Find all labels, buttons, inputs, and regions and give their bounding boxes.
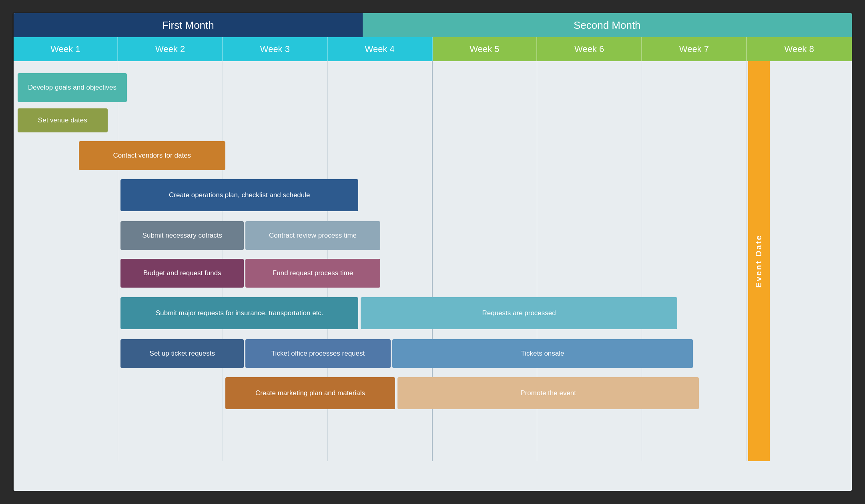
month-header-row: First Month Second Month [14,13,852,37]
task-create-ops-plan: Create operations plan, checklist and sc… [120,179,358,211]
gantt-chart: First Month Second Month Week 1 Week 2 W… [12,12,853,492]
week-header-row: Week 1 Week 2 Week 3 Week 4 Week 5 Week … [14,37,852,61]
tasks-area: Develop goals and objectives Set venue d… [14,61,852,461]
task-setup-tickets: Set up ticket requests [120,339,244,368]
week-6-header: Week 6 [537,37,642,61]
task-marketing-plan: Create marketing plan and materials [225,377,395,409]
task-fund-request: Fund request process time [245,259,380,288]
month-second: Second Month [363,13,852,37]
task-develop-goals: Develop goals and objectives [18,73,127,102]
grid-body: Develop goals and objectives Set venue d… [14,61,852,461]
task-promote-event: Promote the event [397,377,699,409]
task-tickets-onsale: Tickets onsale [392,339,693,368]
week-7-header: Week 7 [642,37,747,61]
task-requests-processed: Requests are processed [361,297,677,329]
task-set-venue: Set venue dates [18,108,108,132]
week-4-header: Week 4 [328,37,433,61]
week-5-header: Week 5 [433,37,538,61]
task-submit-contracts: Submit necessary cotracts [120,221,244,250]
event-date-rotated-text: Event Date [754,234,763,288]
event-date-vertical-bar: Event Date [748,61,770,461]
task-ticket-office: Ticket office processes request [245,339,390,368]
task-submit-insurance: Submit major requests for insurance, tra… [120,297,358,329]
task-contract-review: Contract review process time [245,221,380,250]
week-1-header: Week 1 [14,37,118,61]
week-2-header: Week 2 [118,37,223,61]
task-contact-vendors: Contact vendors for dates [79,141,225,170]
week-3-header: Week 3 [223,37,328,61]
month-first: First Month [14,13,363,37]
task-budget-funds: Budget and request funds [120,259,244,288]
week-8-header: Week 8 [747,37,852,61]
